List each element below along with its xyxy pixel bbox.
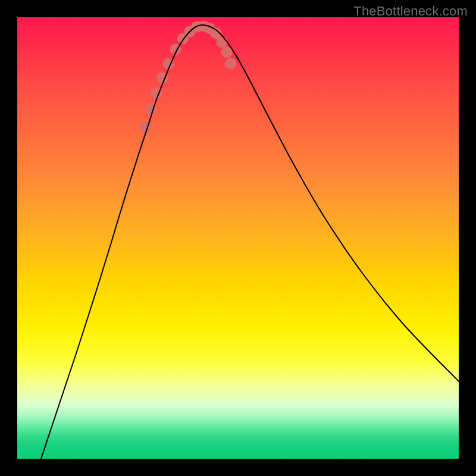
plot-area — [17, 17, 459, 459]
highlight-dot — [140, 121, 152, 133]
highlight-dot — [226, 58, 237, 70]
highlight-dots-group — [140, 21, 237, 133]
highlight-dot — [221, 47, 233, 58]
curve-svg — [17, 17, 459, 459]
highlight-dot — [146, 104, 157, 115]
chart-frame: TheBottleneck.com — [0, 0, 476, 476]
bottleneck-curve — [41, 25, 459, 459]
highlight-dot — [217, 37, 228, 48]
